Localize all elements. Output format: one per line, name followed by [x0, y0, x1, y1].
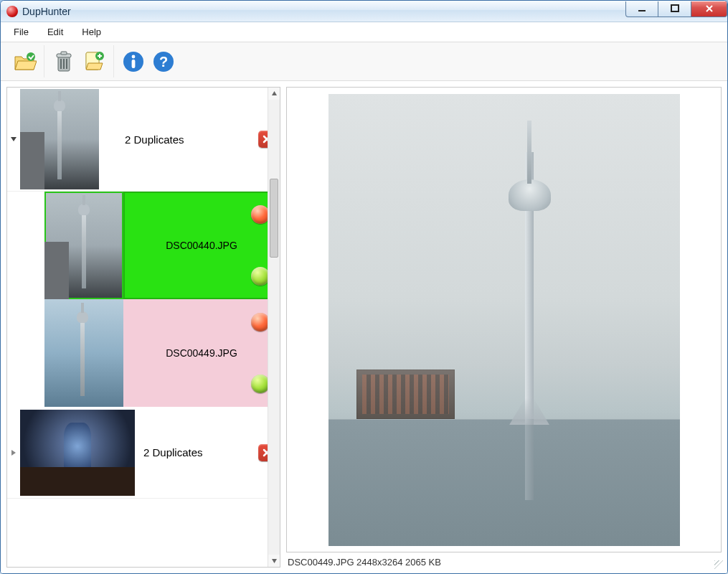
svg-point-14: [132, 55, 136, 58]
group-thumbnail[interactable]: [20, 410, 135, 496]
duplicate-item[interactable]: DSC00440.JPG: [44, 192, 280, 299]
group-label: 2 Duplicates: [139, 446, 255, 458]
menubar: File Edit Help: [1, 22, 727, 42]
item-info: DSC00449.JPG: [123, 299, 280, 407]
item-filename: DSC00440.JPG: [166, 240, 237, 251]
help-button[interactable]: ?: [148, 47, 179, 77]
close-button[interactable]: [691, 1, 727, 17]
group-label: 2 Duplicates: [103, 133, 255, 146]
svg-rect-1: [671, 5, 679, 11]
minimize-button[interactable]: [625, 1, 658, 17]
titlebar[interactable]: DupHunter: [1, 1, 727, 22]
svg-rect-0: [638, 10, 646, 11]
duplicate-item[interactable]: DSC00449.JPG: [44, 299, 280, 407]
duplicates-tree: 2 Duplicates DSC00440.JPG: [6, 87, 280, 568]
svg-rect-5: [61, 52, 67, 55]
menu-edit[interactable]: Edit: [39, 24, 72, 40]
image-preview[interactable]: [286, 87, 722, 552]
collapse-icon[interactable]: [9, 134, 19, 144]
item-info: DSC00440.JPG: [123, 192, 280, 299]
menu-file[interactable]: File: [5, 24, 37, 40]
window-title: DupHunter: [22, 6, 71, 17]
info-button[interactable]: [118, 47, 148, 77]
scroll-down-icon[interactable]: [268, 555, 280, 567]
svg-text:?: ?: [159, 54, 168, 70]
app-icon: [6, 6, 18, 17]
item-filename: DSC00449.JPG: [166, 347, 237, 359]
scrollbar-thumb[interactable]: [270, 179, 278, 258]
svg-rect-15: [132, 60, 136, 68]
resize-grip[interactable]: [714, 560, 724, 570]
toolbar: ?: [1, 42, 727, 81]
group-thumbnail[interactable]: [20, 89, 99, 189]
status-text: DSC00449.JPG 2448x3264 2065 KB: [286, 555, 722, 568]
main-split: 2 Duplicates DSC00440.JPG: [1, 81, 727, 573]
scroll-up-icon[interactable]: [268, 88, 280, 100]
vertical-scrollbar[interactable]: [268, 88, 280, 567]
window-buttons: [625, 1, 727, 17]
preview-image: [328, 94, 680, 546]
duplicate-group[interactable]: 2 Duplicates: [7, 88, 280, 192]
item-thumbnail[interactable]: [44, 299, 123, 407]
item-thumbnail[interactable]: [44, 192, 123, 299]
duplicate-group[interactable]: 2 Duplicates: [7, 407, 280, 499]
maximize-button[interactable]: [658, 1, 691, 17]
expand-icon[interactable]: [9, 448, 19, 458]
delete-button[interactable]: [49, 47, 79, 77]
app-window: DupHunter File Edit Help: [0, 0, 728, 574]
menu-help[interactable]: Help: [73, 24, 110, 40]
scrollbar-track[interactable]: [268, 100, 280, 555]
preview-pane: DSC00449.JPG 2448x3264 2065 KB: [286, 87, 722, 568]
reveal-button[interactable]: [79, 47, 109, 77]
open-folder-button[interactable]: [9, 47, 39, 77]
